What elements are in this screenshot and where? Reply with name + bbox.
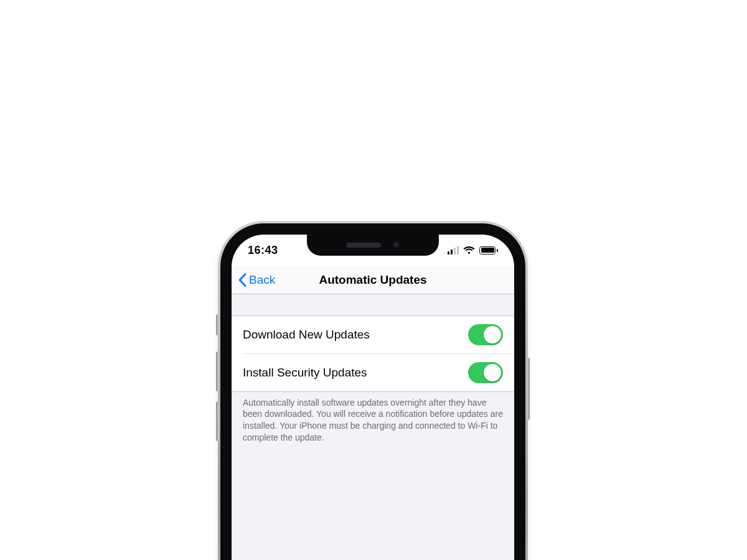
settings-content: Download New Updates Install Security Up… [232,294,514,560]
navigation-bar: Back Automatic Updates [232,266,514,294]
section-footer-text: Automatically install software updates o… [232,392,514,444]
phone-frame: 16:43 [218,221,528,560]
chevron-left-icon [238,273,247,287]
row-download-new-updates: Download New Updates [232,316,514,353]
row-install-security-updates: Install Security Updates [232,354,514,391]
volume-down-button [216,401,219,441]
settings-group: Download New Updates Install Security Up… [232,315,514,392]
back-button[interactable]: Back [238,273,275,287]
wifi-icon [463,246,475,254]
back-label: Back [249,273,275,287]
toggle-install-security-updates[interactable] [468,362,503,383]
volume-up-button [216,352,219,391]
row-label: Install Security Updates [243,366,367,380]
cellular-signal-icon [448,246,459,254]
row-label: Download New Updates [243,328,370,342]
status-time: 16:43 [248,244,278,257]
notch [307,235,439,256]
toggle-download-new-updates[interactable] [468,324,503,345]
earpiece-speaker [346,243,381,248]
power-button [527,358,530,420]
mute-switch [216,314,219,335]
battery-icon [479,246,498,254]
front-camera [393,242,400,248]
screen: 16:43 [232,235,514,560]
